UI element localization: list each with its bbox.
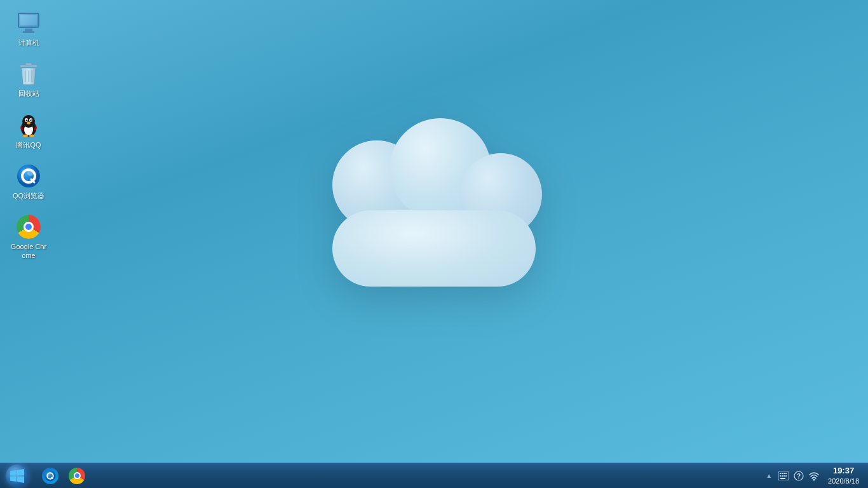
- clock-time: 19:37: [833, 465, 854, 477]
- svg-point-20: [27, 170, 34, 176]
- tray-icons-area: ?: [777, 470, 820, 482]
- taskbar-icon-chrome[interactable]: [64, 464, 90, 487]
- help-tray-icon[interactable]: ?: [792, 470, 805, 482]
- taskbar: ▲: [0, 463, 868, 488]
- svg-point-13: [31, 119, 32, 120]
- tray-expand-button[interactable]: ▲: [764, 472, 773, 479]
- svg-point-17: [17, 165, 40, 187]
- desktop-icon-computer[interactable]: 计算机: [6, 6, 51, 51]
- recycle-icon-label: 回收站: [18, 89, 39, 98]
- svg-point-36: [813, 478, 815, 480]
- svg-point-12: [27, 119, 27, 120]
- desktop-icon-qqbrowser[interactable]: QQ浏览器: [6, 159, 51, 204]
- svg-point-21: [44, 470, 55, 481]
- qq-icon: [16, 112, 41, 138]
- desktop-icon-recycle[interactable]: 回收站: [6, 57, 51, 102]
- start-orb: [6, 464, 29, 487]
- desktop: 计算机: [0, 0, 868, 463]
- network-tray-icon[interactable]: [808, 470, 820, 482]
- computer-icon-label: 计算机: [18, 38, 39, 47]
- recycle-icon: [16, 61, 41, 86]
- svg-point-16: [29, 134, 34, 137]
- cloud-base: [332, 210, 536, 287]
- chrome-icon-label: Google Chrome: [9, 242, 48, 261]
- svg-rect-29: [780, 475, 781, 477]
- desktop-icon-area: 计算机: [6, 6, 51, 268]
- start-button[interactable]: [0, 463, 34, 489]
- qqbrowser-icon: [16, 163, 41, 189]
- svg-rect-25: [780, 473, 781, 474]
- svg-point-7: [22, 115, 35, 128]
- qq-icon-label: 腾讯QQ: [16, 140, 41, 149]
- qqbrowser-icon-label: QQ浏览器: [13, 191, 44, 200]
- windows-logo-icon: [10, 469, 24, 483]
- computer-icon: [16, 10, 41, 36]
- svg-point-11: [31, 119, 32, 121]
- chrome-taskbar-icon: [69, 468, 85, 484]
- clock-date: 2020/8/18: [828, 477, 859, 486]
- taskbar-items: [34, 463, 759, 488]
- svg-rect-1: [25, 63, 32, 65]
- desktop-icon-qq[interactable]: 腾讯QQ: [6, 109, 51, 153]
- svg-rect-33: [780, 478, 785, 479]
- chrome-icon: [16, 214, 41, 240]
- svg-point-10: [26, 119, 28, 121]
- svg-rect-27: [783, 473, 785, 474]
- svg-rect-26: [782, 473, 783, 474]
- qqbrowser-taskbar-icon: [42, 468, 58, 484]
- svg-point-14: [27, 121, 31, 124]
- svg-rect-32: [785, 475, 787, 477]
- system-tray: ▲: [759, 463, 868, 488]
- svg-rect-31: [783, 475, 785, 477]
- svg-text:?: ?: [797, 473, 801, 480]
- clock[interactable]: 19:37 2020/8/18: [824, 463, 863, 488]
- taskbar-icon-qqbrowser[interactable]: [37, 464, 63, 487]
- svg-rect-30: [782, 475, 783, 477]
- cloud-shape: [301, 140, 567, 306]
- cloud-decoration: [301, 140, 567, 306]
- desktop-icon-chrome[interactable]: Google Chrome: [6, 210, 51, 264]
- svg-rect-28: [785, 473, 787, 474]
- keyboard-tray-icon[interactable]: [777, 470, 790, 482]
- svg-point-15: [23, 134, 28, 137]
